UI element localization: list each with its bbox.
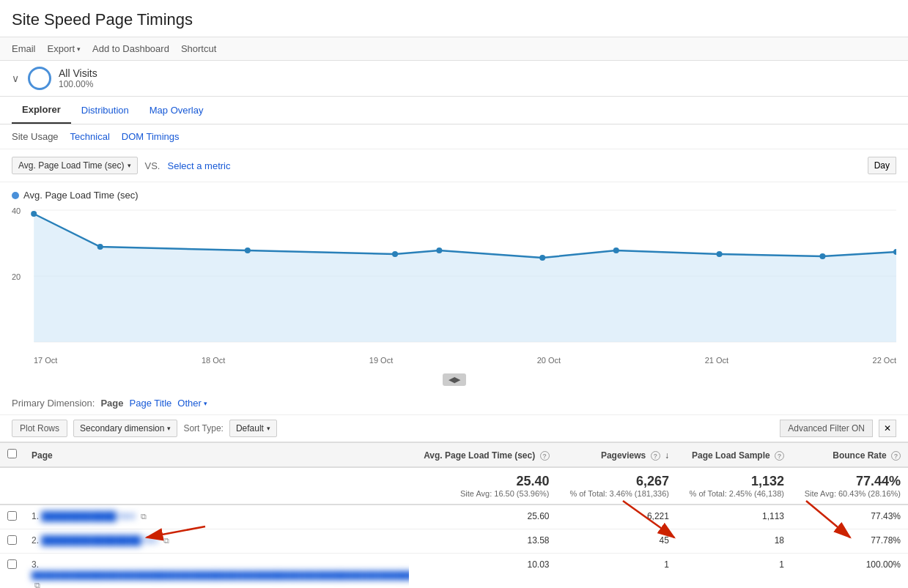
col-page-load-sample-label: Page Load Sample	[692, 450, 770, 461]
secondary-dimension-label: Secondary dimension	[80, 423, 164, 433]
secondary-dimension-select[interactable]: Secondary dimension ▾	[73, 420, 177, 437]
shortcut-button[interactable]: Shortcut	[181, 43, 216, 54]
col-pageviews-label: Pageviews	[601, 450, 646, 461]
svg-point-8	[539, 255, 545, 261]
row2-page-cell: 2. ████████████████.htm ⧉	[24, 529, 409, 554]
svg-point-3	[31, 211, 37, 217]
segment-circle	[28, 67, 51, 90]
row1-ext-icon[interactable]: ⧉	[141, 512, 147, 521]
bounce-rate-help-icon[interactable]: ?	[891, 451, 901, 461]
tab-map-overlay[interactable]: Map Overlay	[139, 97, 214, 123]
row1-page-link[interactable]: ████████████.html	[41, 511, 135, 521]
dimension-other-dropdown[interactable]: Other ▾	[177, 398, 207, 409]
add-to-dashboard-button[interactable]: Add to Dashboard	[92, 43, 169, 54]
summary-page-load-sample-value: 1,132	[684, 474, 784, 489]
chart-svg	[12, 206, 896, 353]
plot-rows-button[interactable]: Plot Rows	[12, 420, 67, 437]
col-page-label: Page	[32, 450, 53, 461]
email-button[interactable]: Email	[12, 43, 36, 54]
summary-pageviews-sub: % of Total: 3.46% (181,336)	[564, 489, 669, 498]
x-label-22oct: 22 Oct	[873, 356, 896, 365]
toolbar: Email Export ▾ Add to Dashboard Shortcut	[0, 37, 908, 61]
main-tabs: Explorer Distribution Map Overlay	[0, 97, 908, 124]
select-metric-link[interactable]: Select a metric	[168, 160, 231, 171]
close-filter-button[interactable]: ✕	[879, 420, 896, 437]
summary-row: 25.40 Site Avg: 16.50 (53.96%) 6,267 % o…	[0, 467, 908, 505]
col-bounce-rate: Bounce Rate ?	[791, 443, 908, 468]
row2-page-load-sample-cell: 18	[676, 529, 791, 554]
pageviews-sort-icon: ↓	[665, 450, 669, 461]
dimension-other-arrow-icon: ▾	[204, 400, 207, 407]
chart-legend: Avg. Page Load Time (sec)	[12, 190, 896, 201]
row3-avg-load-cell: 10.03	[409, 554, 556, 589]
chart-container: Avg. Page Load Time (sec) 40 20	[0, 182, 908, 386]
tab-distribution[interactable]: Distribution	[71, 97, 139, 123]
x-label-17oct: 17 Oct	[34, 356, 57, 365]
row2-page-link[interactable]: ████████████████.htm	[41, 535, 158, 546]
row3-checkbox-cell[interactable]	[0, 554, 24, 589]
segment-row: ∨ All Visits 100.00%	[0, 61, 908, 97]
dimension-other-label: Other	[177, 398, 202, 409]
row1-num: 1.	[32, 511, 39, 521]
row3-page-link[interactable]: ████████████████████████████████████████…	[32, 571, 409, 579]
dimension-page[interactable]: Page	[100, 398, 123, 409]
summary-page-load-sample-sub: % of Total: 2.45% (46,138)	[684, 489, 784, 498]
row3-page-cell: 3. █████████████████████████████████████…	[24, 554, 409, 589]
dimension-page-title[interactable]: Page Title	[130, 398, 172, 409]
summary-checkbox-cell	[0, 467, 24, 505]
row2-ext-icon[interactable]: ⧉	[163, 536, 169, 545]
segment-name: All Visits	[59, 67, 97, 79]
avg-load-help-icon[interactable]: ?	[540, 451, 550, 461]
summary-page-cell	[24, 467, 409, 505]
export-button[interactable]: Export ▾	[48, 43, 81, 54]
summary-bounce-rate-value: 77.44%	[799, 474, 901, 489]
export-label: Export	[48, 43, 75, 54]
col-page-load-sample: Page Load Sample ?	[676, 443, 791, 468]
y-label-20: 20	[12, 272, 21, 281]
metric-dropdown-icon: ▾	[128, 162, 131, 169]
metric-row: Avg. Page Load Time (sec) ▾ VS. Select a…	[0, 149, 908, 182]
col-checkbox[interactable]	[0, 443, 24, 468]
segment-chevron-icon[interactable]: ∨	[12, 72, 19, 84]
subtab-dom-timings[interactable]: DOM Timings	[122, 129, 180, 144]
col-page: Page	[24, 443, 409, 468]
metric-select[interactable]: Avg. Page Load Time (sec) ▾	[12, 157, 138, 174]
chart-scroll-indicator[interactable]: ◀▶	[12, 373, 896, 386]
vs-label: VS.	[145, 160, 160, 171]
page-load-sample-help-icon[interactable]: ?	[775, 451, 784, 461]
summary-pageviews-value: 6,267	[564, 474, 669, 489]
row3-num: 3.	[32, 559, 39, 570]
svg-point-11	[819, 253, 825, 259]
row1-checkbox-cell[interactable]	[0, 505, 24, 529]
sort-type-select[interactable]: Default ▾	[229, 420, 277, 437]
subtab-technical[interactable]: Technical	[70, 129, 110, 144]
subtab-site-usage[interactable]: Site Usage	[12, 129, 59, 144]
row1-checkbox[interactable]	[7, 511, 17, 521]
row1-avg-load-cell: 25.60	[409, 505, 556, 529]
svg-point-9	[613, 248, 619, 253]
svg-point-10	[717, 251, 723, 257]
row3-checkbox[interactable]	[7, 559, 17, 569]
row2-checkbox[interactable]	[7, 535, 17, 545]
filter-row: Plot Rows Secondary dimension ▾ Sort Typ…	[0, 415, 908, 442]
row2-avg-load-cell: 13.58	[409, 529, 556, 554]
select-all-checkbox[interactable]	[7, 449, 17, 458]
pageviews-help-icon[interactable]: ?	[651, 451, 660, 461]
summary-avg-load-cell: 25.40 Site Avg: 16.50 (53.96%)	[409, 467, 556, 505]
x-label-18oct: 18 Oct	[202, 356, 225, 365]
row1-pageviews-cell: 6,221	[557, 505, 676, 529]
row2-checkbox-cell[interactable]	[0, 529, 24, 554]
tab-explorer[interactable]: Explorer	[12, 97, 71, 124]
row2-num: 2.	[32, 535, 39, 546]
x-label-20oct: 20 Oct	[537, 356, 561, 365]
day-button[interactable]: Day	[868, 157, 896, 174]
svg-point-4	[97, 244, 103, 250]
summary-bounce-rate-cell: 77.44% Site Avg: 60.43% (28.16%)	[791, 467, 908, 505]
x-label-21oct: 21 Oct	[705, 356, 728, 365]
row3-ext-icon[interactable]: ⧉	[34, 581, 40, 588]
row2-bounce-rate-cell: 77.78%	[791, 529, 908, 554]
segment-info: All Visits 100.00%	[59, 67, 97, 89]
summary-pageviews-cell: 6,267 % of Total: 3.46% (181,336)	[557, 467, 676, 505]
summary-page-load-sample-cell: 1,132 % of Total: 2.45% (46,138)	[676, 467, 791, 505]
legend-dot	[12, 192, 19, 199]
